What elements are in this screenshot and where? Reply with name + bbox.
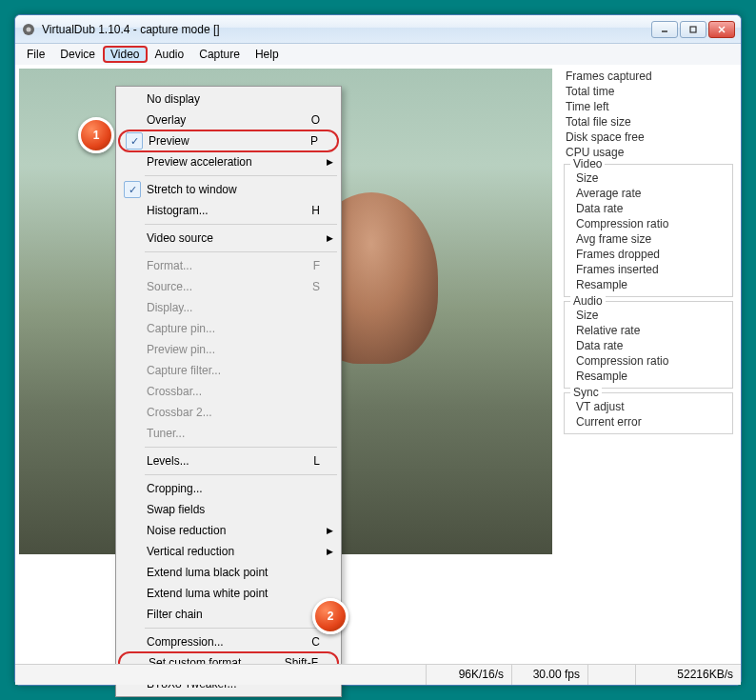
minimize-button[interactable] [651,21,678,38]
stats-group-audio: Audio Size Relative rate Data rate Compr… [564,301,733,389]
check-icon: ✓ [124,181,141,198]
stat-total-file-size: Total file size [564,114,733,130]
menu-display[interactable]: Display... [118,297,339,318]
app-icon [21,22,36,37]
video-menu-dropdown: No display OverlayO ✓PreviewP Preview ac… [115,86,342,697]
stat-relative-rate: Relative rate [574,323,728,338]
check-icon: ✓ [126,132,143,150]
stats-group-sync: Sync VT adjust Current error [564,392,733,434]
menu-stretch[interactable]: ✓Stretch to window [118,179,339,200]
menu-filter-chain[interactable]: Filter chain▶ [118,604,339,625]
menu-separator [145,447,337,448]
submenu-arrow-icon: ▶ [327,526,333,535]
submenu-arrow-icon: ▶ [327,547,333,556]
stat-total-time: Total time [564,84,733,99]
menu-extend-white[interactable]: Extend luma white point [118,583,339,604]
menu-video-source[interactable]: Video source▶ [118,228,339,249]
menu-crossbar[interactable]: Crossbar... [118,381,339,402]
menu-video[interactable]: Video [103,46,147,63]
stats-sync-legend: Sync [570,386,602,399]
stats-audio-legend: Audio [570,294,606,308]
client-area: Frames captured Total time Time left Tot… [15,65,741,685]
menu-tuner[interactable]: Tuner... [118,423,339,444]
app-window: VirtualDub 1.10.4 - capture mode [] File… [14,14,742,686]
submenu-arrow-icon: ▶ [327,157,333,167]
stats-video-legend: Video [570,157,605,170]
menu-capture-filter[interactable]: Capture filter... [118,360,339,381]
menu-overlay[interactable]: OverlayO [118,110,339,130]
menu-capture[interactable]: Capture [191,46,248,63]
menu-format[interactable]: Format...F [118,255,339,276]
menu-device[interactable]: Device [52,46,103,63]
status-fps: 30.00 fps [512,665,588,685]
annotation-badge-2: 2 [312,598,348,634]
status-cell-empty [15,665,427,685]
stat-frames-dropped: Frames dropped [574,247,728,262]
titlebar[interactable]: VirtualDub 1.10.4 - capture mode [] [15,15,741,44]
stat-video-resample: Resample [574,277,728,292]
menu-source[interactable]: Source...S [118,276,339,297]
close-button[interactable] [708,21,735,38]
stat-time-left: Time left [564,99,733,114]
status-cell-empty2 [588,665,636,685]
maximize-button[interactable] [680,21,706,38]
stat-audio-data-rate: Data rate [574,338,728,353]
stat-frames-inserted: Frames inserted [574,262,728,277]
svg-point-1 [27,27,31,31]
menu-separator [145,175,337,176]
menu-crossbar2[interactable]: Crossbar 2... [118,402,339,423]
menu-separator [145,474,337,475]
svg-rect-3 [690,27,696,32]
stat-current-error: Current error [574,414,728,430]
annotation-badge-1: 1 [78,117,114,153]
stat-average-rate: Average rate [574,186,728,201]
stat-audio-resample: Resample [574,369,728,384]
menu-separator [145,251,337,252]
menu-preview-acceleration[interactable]: Preview acceleration▶ [118,151,339,172]
stats-group-video: Video Size Average rate Data rate Compre… [564,164,733,297]
menu-cropping[interactable]: Cropping... [118,478,339,499]
status-rate: 96K/16/s [427,665,512,685]
window-title: VirtualDub 1.10.4 - capture mode [] [42,23,651,36]
menu-levels[interactable]: Levels...L [118,450,339,471]
menu-vertical-reduction[interactable]: Vertical reduction▶ [118,541,339,562]
menu-histogram[interactable]: Histogram...H [118,200,339,221]
stat-disk-space: Disk space free [564,130,733,145]
menu-compression[interactable]: Compression...C [118,631,339,652]
window-controls [651,21,735,38]
stat-avg-frame-size: Avg frame size [574,231,728,247]
stat-audio-compression: Compression ratio [574,353,728,369]
stat-video-compression: Compression ratio [574,216,728,231]
stat-video-size: Size [574,170,728,186]
menu-separator [145,224,337,225]
menu-separator [145,628,337,629]
menu-help[interactable]: Help [248,46,287,63]
menu-extend-black[interactable]: Extend luma black point [118,562,339,583]
menu-swap-fields[interactable]: Swap fields [118,499,339,520]
menu-noise-reduction[interactable]: Noise reduction▶ [118,520,339,541]
statusbar: 96K/16/s 30.00 fps 52216KB/s [15,664,741,685]
stat-video-data-rate: Data rate [574,201,728,216]
menu-preview[interactable]: ✓PreviewP [118,130,339,152]
stat-frames-captured: Frames captured [564,69,733,84]
menu-no-display[interactable]: No display [118,89,339,110]
stats-panel: Frames captured Total time Time left Tot… [564,69,733,438]
menu-preview-pin[interactable]: Preview pin... [118,339,339,360]
status-bandwidth: 52216KB/s [636,665,741,685]
menu-capture-pin[interactable]: Capture pin... [118,318,339,339]
menu-audio[interactable]: Audio [148,46,192,63]
menubar: File Device Video Audio Capture Help [15,44,741,65]
menu-file[interactable]: File [19,46,52,63]
stat-audio-size: Size [574,308,728,323]
submenu-arrow-icon: ▶ [327,233,333,243]
stat-vt-adjust: VT adjust [574,399,728,414]
